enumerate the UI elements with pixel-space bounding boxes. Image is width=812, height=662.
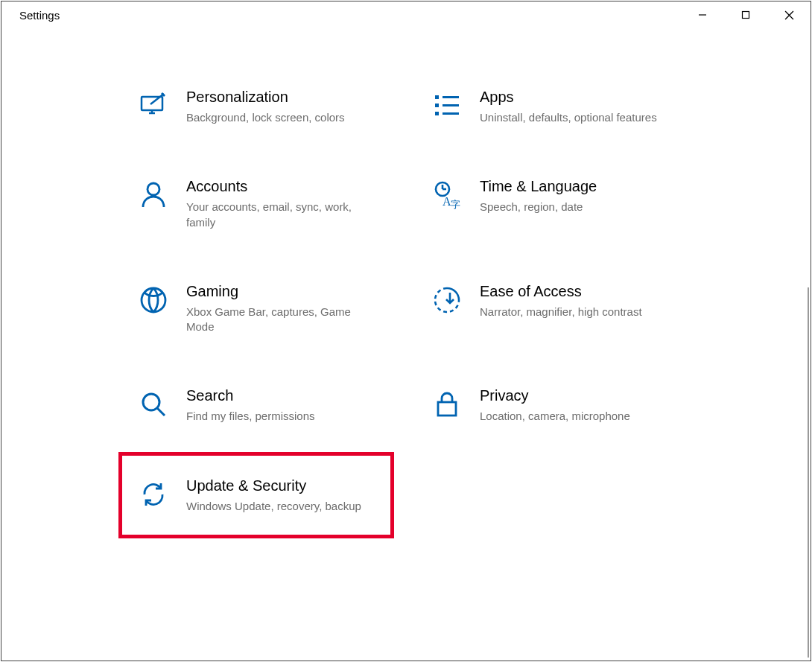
tile-gaming[interactable]: Gaming Xbox Game Bar, captures, Game Mod…: [136, 282, 411, 335]
tile-desc: Windows Update, recovery, backup: [186, 499, 361, 514]
ease-of-access-icon: [429, 282, 465, 318]
tile-ease-of-access[interactable]: Ease of Access Narrator, magnifier, high…: [429, 282, 705, 319]
search-icon: [136, 386, 171, 422]
svg-point-20: [142, 288, 165, 312]
accounts-icon: [136, 177, 171, 213]
maximize-button[interactable]: [724, 1, 767, 28]
settings-grid: Personalization Background, lock screen,…: [136, 88, 811, 514]
svg-line-23: [157, 408, 165, 416]
tile-desc: Your accounts, email, sync, work, family: [186, 200, 380, 230]
tile-desc: Location, camera, microphone: [480, 409, 630, 424]
update-security-icon: [136, 477, 171, 512]
window-controls: [681, 1, 811, 28]
tile-time-language[interactable]: A 字 Time & Language Speech, region, date: [429, 177, 705, 214]
tile-title: Privacy: [480, 386, 630, 404]
tile-title: Time & Language: [480, 177, 597, 195]
apps-icon: [429, 88, 465, 124]
tile-desc: Xbox Game Bar, captures, Game Mode: [186, 305, 380, 335]
minimize-button[interactable]: [681, 1, 724, 28]
tile-title: Apps: [480, 88, 657, 106]
tile-desc: Speech, region, date: [480, 200, 597, 214]
title-bar: Settings: [1, 1, 811, 28]
tile-title: Personalization: [186, 88, 345, 106]
tile-privacy[interactable]: Privacy Location, camera, microphone: [429, 386, 705, 424]
vertical-scrollbar[interactable]: [808, 287, 809, 658]
close-button[interactable]: [767, 1, 811, 28]
window-title: Settings: [19, 9, 60, 22]
tile-title: Search: [186, 386, 315, 404]
svg-text:字: 字: [451, 199, 460, 210]
tile-accounts[interactable]: Accounts Your accounts, email, sync, wor…: [136, 177, 411, 230]
tile-update-security[interactable]: Update & Security Windows Update, recove…: [118, 452, 394, 538]
tile-personalization[interactable]: Personalization Background, lock screen,…: [136, 88, 411, 125]
tile-desc: Background, lock screen, colors: [186, 110, 345, 125]
tile-title: Accounts: [186, 177, 380, 195]
svg-point-22: [143, 394, 159, 410]
svg-point-14: [148, 183, 159, 195]
tile-desc: Find my files, permissions: [186, 409, 315, 424]
tile-search[interactable]: Search Find my files, permissions: [136, 386, 411, 424]
svg-rect-1: [743, 12, 749, 19]
tile-apps[interactable]: Apps Uninstall, defaults, optional featu…: [429, 88, 705, 125]
tile-desc: Uninstall, defaults, optional features: [480, 110, 657, 125]
svg-rect-8: [435, 95, 439, 99]
tile-title: Ease of Access: [480, 282, 642, 300]
gaming-icon: [136, 282, 171, 318]
privacy-icon: [429, 386, 465, 422]
tile-title: Update & Security: [186, 477, 361, 494]
personalization-icon: [136, 88, 171, 124]
svg-rect-10: [435, 112, 439, 115]
svg-rect-9: [435, 104, 439, 107]
settings-window: Settings: [1, 1, 811, 661]
time-language-icon: A 字: [429, 177, 465, 213]
tile-desc: Narrator, magnifier, high contrast: [480, 305, 642, 319]
tile-title: Gaming: [186, 282, 380, 300]
svg-rect-24: [438, 402, 456, 416]
settings-content: Personalization Background, lock screen,…: [1, 28, 811, 661]
